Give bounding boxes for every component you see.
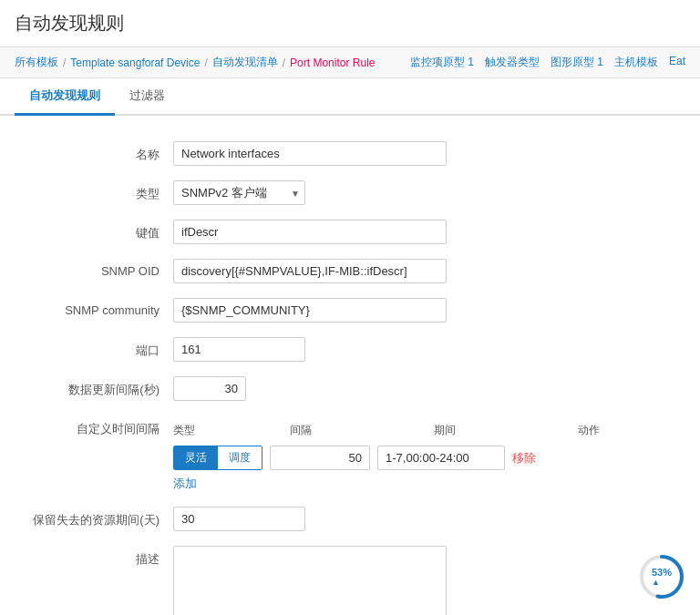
- key-row: 键值: [0, 212, 700, 251]
- name-input[interactable]: [173, 141, 447, 166]
- progress-circle: 53% ▲: [638, 553, 685, 600]
- update-interval-input[interactable]: [173, 376, 246, 401]
- page-header: 自动发现规则: [0, 0, 700, 47]
- header-interval: 间隔: [290, 423, 427, 438]
- port-row: 端口: [0, 330, 700, 369]
- header-period: 期间: [434, 423, 571, 438]
- snmp-oid-row: SNMP OID: [0, 251, 700, 291]
- description-label: 描述: [27, 546, 173, 568]
- btn-schedule[interactable]: 调度: [218, 446, 262, 469]
- up-arrow-icon: ▲: [652, 578, 672, 587]
- progress-text: 53% ▲: [652, 567, 672, 587]
- keep-lost-label: 保留失去的资源期间(天): [27, 507, 173, 528]
- update-interval-row: 数据更新间隔(秒): [0, 369, 700, 408]
- nav-graph-proto[interactable]: 图形原型 1: [551, 55, 603, 70]
- schedule-type-group: 灵活 调度: [173, 446, 262, 470]
- breadcrumb-all-templates[interactable]: 所有模板: [15, 55, 58, 70]
- breadcrumb-template[interactable]: Template sangforaf Device: [70, 56, 200, 69]
- nav-trigger-type[interactable]: 触发器类型: [485, 55, 540, 70]
- type-select-wrapper: SNMPv2 客户端 SNMPv1 客户端 SNMPv3 客户端 Zabbix …: [173, 180, 305, 205]
- description-row: 描述: [0, 538, 700, 615]
- header-type: 类型: [173, 423, 283, 438]
- snmp-community-label: SNMP community: [27, 298, 173, 317]
- breadcrumb-sep1: /: [63, 56, 66, 69]
- custom-time-label: 自定义时间间隔: [27, 415, 173, 437]
- add-link-container: 添加: [173, 470, 673, 492]
- tab-filter[interactable]: 过滤器: [115, 78, 180, 116]
- nav-eat[interactable]: Eat: [669, 55, 685, 70]
- type-label: 类型: [27, 180, 173, 202]
- breadcrumb-discovery-list[interactable]: 自动发现清单: [212, 55, 278, 70]
- nav-host-template[interactable]: 主机模板: [614, 55, 658, 70]
- tabs-bar: 自动发现规则 过滤器: [0, 78, 700, 116]
- page-title: 自动发现规则: [15, 11, 685, 36]
- nav-monitor-proto[interactable]: 监控项原型 1: [410, 55, 474, 70]
- remove-button[interactable]: 移除: [512, 450, 536, 466]
- breadcrumb-sep2: /: [204, 56, 207, 69]
- progress-label: 53%: [652, 567, 672, 578]
- snmp-oid-label: SNMP OID: [27, 259, 173, 278]
- custom-time-row: 自定义时间间隔 类型 间隔 期间 动作 灵活 调度 移除 添加: [0, 408, 700, 499]
- port-input[interactable]: [173, 337, 305, 362]
- form-content: 名称 类型 SNMPv2 客户端 SNMPv1 客户端 SNMPv3 客户端 Z…: [0, 116, 700, 615]
- tab-discovery-rule[interactable]: 自动发现规则: [15, 78, 115, 116]
- description-textarea[interactable]: [173, 546, 447, 615]
- keep-lost-input[interactable]: [173, 507, 305, 531]
- interval-input[interactable]: [270, 446, 370, 470]
- btn-flexible[interactable]: 灵活: [174, 446, 218, 469]
- port-label: 端口: [27, 337, 173, 359]
- type-row: 类型 SNMPv2 客户端 SNMPv1 客户端 SNMPv3 客户端 Zabb…: [0, 173, 700, 212]
- add-link[interactable]: 添加: [173, 476, 197, 492]
- period-input[interactable]: [377, 446, 505, 470]
- keep-lost-row: 保留失去的资源期间(天): [0, 499, 700, 538]
- name-row: 名称: [0, 134, 700, 173]
- breadcrumb-sep3: /: [283, 56, 285, 69]
- type-select[interactable]: SNMPv2 客户端 SNMPv1 客户端 SNMPv3 客户端 Zabbix …: [173, 180, 305, 205]
- breadcrumb: 所有模板 / Template sangforaf Device / 自动发现清…: [0, 47, 700, 78]
- key-input[interactable]: [173, 220, 447, 244]
- breadcrumb-current: Port Monitor Rule: [290, 56, 375, 69]
- snmp-community-row: SNMP community: [0, 291, 700, 330]
- snmp-community-input[interactable]: [173, 298, 447, 323]
- custom-time-entry: 灵活 调度 移除: [173, 446, 673, 470]
- update-interval-label: 数据更新间隔(秒): [27, 376, 173, 398]
- header-action: 动作: [578, 423, 600, 438]
- name-label: 名称: [27, 141, 173, 163]
- snmp-oid-input[interactable]: [173, 259, 447, 283]
- key-label: 键值: [27, 220, 173, 241]
- custom-time-header: 类型 间隔 期间 动作: [173, 419, 673, 442]
- breadcrumb-nav-right: 监控项原型 1 触发器类型 图形原型 1 主机模板 Eat: [410, 55, 685, 70]
